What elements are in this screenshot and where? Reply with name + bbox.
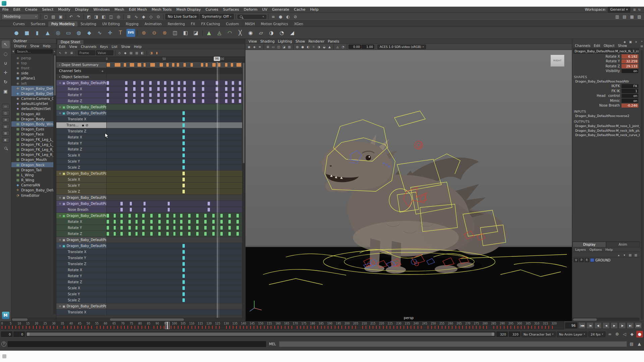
dope-row-translate-x[interactable]: Translate X <box>56 249 245 255</box>
keyframe[interactable] <box>107 99 109 103</box>
render-icon[interactable]: ● <box>277 13 284 20</box>
dope-playhead[interactable] <box>217 62 219 318</box>
keyframe[interactable] <box>188 214 191 218</box>
keyframe[interactable] <box>225 87 227 91</box>
dope-row-nose-breath[interactable]: Nose Breath <box>56 207 245 213</box>
expander-icon[interactable]: ▸ <box>59 64 60 66</box>
keyframe[interactable] <box>182 141 185 145</box>
keyframe[interactable] <box>141 93 144 97</box>
keyframe[interactable] <box>231 63 233 67</box>
keyframe[interactable] <box>202 93 204 97</box>
combine-icon[interactable]: ◫ <box>170 28 180 38</box>
output-node-name[interactable]: Dragon_Baby_DefaultPose:M_nose_1_joint_s… <box>573 124 640 129</box>
shelf-tab-rigging[interactable]: Rigging <box>123 21 142 26</box>
keyframe[interactable] <box>232 93 234 97</box>
keyframe[interactable] <box>125 87 127 91</box>
orientation-cube[interactable]: RIGHT <box>550 55 565 67</box>
attribute-value[interactable]: 6.192 <box>622 54 638 59</box>
shelf-tab-mash[interactable]: MASH <box>242 21 258 26</box>
keyframe[interactable] <box>130 63 135 67</box>
boolean-union-icon[interactable]: ⊕ <box>139 28 149 38</box>
outliner-vscroll-thumb[interactable] <box>54 55 56 96</box>
keyframe[interactable] <box>182 286 185 290</box>
keyframe[interactable] <box>178 81 180 85</box>
poly-disc-icon[interactable]: ◍ <box>74 28 84 38</box>
keyframe[interactable] <box>107 81 109 85</box>
dope-row-keys[interactable] <box>107 309 245 315</box>
keyframe[interactable] <box>150 220 153 224</box>
dope-row-dragon-baby-defaultpose[interactable]: ⊞▣Dragon_Baby_DefaultPose <box>56 195 245 201</box>
keyframe[interactable] <box>157 81 160 85</box>
dope-row-translate-x[interactable]: Translate X <box>56 116 245 122</box>
keyframe[interactable] <box>182 154 185 157</box>
scene-render[interactable] <box>246 50 572 321</box>
separate-icon[interactable]: ◧ <box>180 28 191 38</box>
outliner-item-r-wing[interactable]: ▤R_Wing <box>11 178 56 183</box>
undo-icon[interactable]: ↶ <box>68 13 74 20</box>
channel-box-object-name[interactable]: Dragon_Baby_DefaultPose:M_neck_fk_3_cont… <box>573 49 639 54</box>
attribute-row-nose-breath[interactable]: Nose Breath-0.246 <box>573 103 640 108</box>
outliner-item-defaultobjectset[interactable]: ◈defaultObjectSet <box>11 106 56 111</box>
keyframe[interactable] <box>204 220 207 224</box>
poly-cone-icon[interactable]: ▲ <box>43 28 53 38</box>
dope-row-keys[interactable] <box>107 140 245 146</box>
attribute-value[interactable]: 29.133 <box>622 64 638 68</box>
keyframe[interactable] <box>196 226 199 230</box>
use-all-lights-icon[interactable]: ☼ <box>311 44 316 49</box>
extrude-icon[interactable]: ▲ <box>204 28 214 38</box>
keyframe[interactable] <box>182 160 185 163</box>
keyframe[interactable] <box>178 87 180 91</box>
keyframe[interactable] <box>183 87 186 91</box>
quad-draw-icon[interactable]: ▱ <box>256 28 266 38</box>
multi-cut-icon[interactable]: ╳ <box>235 28 245 38</box>
shadows-toggle-icon[interactable]: ◑ <box>316 44 321 49</box>
dope-row-keys[interactable] <box>107 237 245 243</box>
outliner-item-defaultlightset[interactable]: ◈defaultLightSet <box>11 101 56 106</box>
keyframe[interactable] <box>228 226 231 230</box>
keyframe[interactable] <box>150 214 153 218</box>
viewport-menu-show[interactable]: Show <box>294 39 307 43</box>
keyframe[interactable] <box>173 232 176 236</box>
dope-row-keys[interactable] <box>107 213 245 219</box>
film-gate-icon[interactable]: ▭ <box>271 44 276 49</box>
keyframe[interactable] <box>202 87 204 91</box>
dope-row-keys[interactable] <box>107 74 245 80</box>
gate-mask-icon[interactable]: ◪ <box>281 44 286 49</box>
maya-app-icon[interactable] <box>2 1 6 6</box>
menu-select[interactable]: Select <box>40 7 56 12</box>
range-slider[interactable] <box>26 331 495 337</box>
keyframe[interactable] <box>225 99 227 103</box>
keyframe[interactable] <box>182 117 185 121</box>
keyframe[interactable] <box>182 166 185 169</box>
outliner-item-dragon-body-wing-o[interactable]: ▤Dragon_Body_Wing_O <box>11 121 56 126</box>
outliner-item-l-wing[interactable]: ▤L_Wing <box>11 172 56 177</box>
channel-box-toggle-icon[interactable]: ▦ <box>629 13 635 20</box>
keyframe[interactable] <box>228 214 231 218</box>
tool-mode-dropdown[interactable]: Modeling▾ <box>1 14 39 20</box>
keyframe[interactable] <box>171 93 173 97</box>
keyframe[interactable] <box>114 226 116 230</box>
dope-sheet-tab[interactable]: Dope Sheet <box>57 40 84 44</box>
isolate-select-icon[interactable]: ◬ <box>335 44 340 49</box>
poly-cylinder-icon[interactable]: ▮ <box>32 28 42 38</box>
anim-layer-dropdown[interactable]: No Anim Layer▾ <box>557 331 587 337</box>
keyframe[interactable] <box>120 226 123 230</box>
playback-start-field[interactable]: 0 <box>13 331 25 337</box>
expander-icon[interactable]: ⊞ <box>59 106 61 109</box>
dope-row-keys[interactable] <box>107 207 245 213</box>
expander-icon[interactable]: ⊞ <box>59 112 61 115</box>
keyframe[interactable] <box>164 81 166 85</box>
platonic-solid-icon[interactable]: ◆ <box>84 28 94 38</box>
add-channel-set-button[interactable]: + <box>100 68 105 73</box>
keyframe[interactable] <box>239 93 241 97</box>
keyframe[interactable] <box>182 268 185 272</box>
keyframe[interactable] <box>157 93 160 97</box>
dope-row-keys[interactable] <box>107 225 245 231</box>
grid-toggle-icon[interactable]: ⊞ <box>265 44 270 49</box>
output-node-name[interactable]: Dragon_Baby_DefaultPose:M_neck_ikfk_plus… <box>573 128 640 133</box>
menu-edit[interactable]: Edit <box>11 7 22 12</box>
keyframe[interactable] <box>220 232 223 236</box>
dope-row-keys[interactable] <box>107 104 245 110</box>
keyframe[interactable] <box>182 172 185 175</box>
keyframe[interactable] <box>220 226 223 230</box>
